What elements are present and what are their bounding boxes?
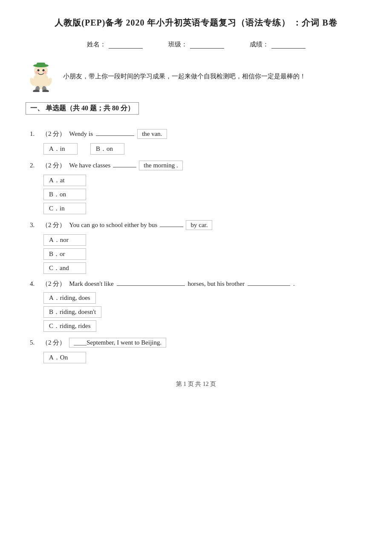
q1-num: 1. [30, 130, 40, 138]
q1-option-a[interactable]: A．in [43, 143, 78, 155]
q5-options: A．On [43, 352, 366, 363]
q4-option-b[interactable]: B．riding, doesn't [43, 306, 101, 318]
q3-stem-after: by car. [186, 220, 212, 230]
q2-stem-before: We have classes [69, 162, 110, 169]
page-footer: 第 1 页 共 12 页 [26, 380, 366, 388]
q4-option-c[interactable]: C．riding, rides [43, 320, 96, 332]
q1-option-b[interactable]: B．on [90, 143, 124, 155]
q3-blank [160, 227, 183, 227]
question-2: 2. （2 分） We have classes the morning . A… [30, 161, 366, 214]
q1-score: （2 分） [42, 130, 66, 138]
q4-options: A．riding, does B．riding, doesn't C．ridin… [43, 292, 366, 332]
q1-options: A．in B．on [43, 143, 366, 155]
student-info: 姓名： 班级： 成绩： [26, 40, 366, 49]
mascot-image [26, 61, 56, 92]
page-title: 人教版(PEP)备考 2020 年小升初英语专题复习（语法专练） ：介词 B卷 [26, 17, 366, 29]
score-line [271, 41, 306, 49]
svg-point-7 [43, 71, 46, 74]
q2-stem: 2. （2 分） We have classes the morning . [30, 161, 366, 170]
q4-option-a[interactable]: A．riding, does [43, 292, 96, 304]
question-5: 5. （2 分） ____September, I went to Beijin… [30, 338, 366, 363]
q3-stem-before: You can go to school either by bus [69, 221, 157, 229]
name-label: 姓名： [87, 40, 106, 49]
q3-options: A．nor B．or C．and [43, 234, 366, 274]
q2-options: A．at B．on C．in [43, 175, 366, 214]
q5-stem: 5. （2 分） ____September, I went to Beijin… [30, 338, 366, 348]
question-4: 4. （2 分） Mark doesn't like horses, but h… [30, 280, 366, 332]
name-field: 姓名： [87, 40, 143, 49]
q5-option-a[interactable]: A．On [43, 352, 86, 363]
q2-option-c[interactable]: C．in [43, 203, 86, 214]
q4-blank2 [248, 285, 290, 286]
class-label: 班级： [168, 40, 187, 49]
class-field: 班级： [168, 40, 224, 49]
name-line [109, 41, 143, 49]
q4-score: （2 分） [42, 280, 66, 288]
q4-stem: 4. （2 分） Mark doesn't like horses, but h… [30, 280, 366, 288]
score-field: 成绩： [250, 40, 306, 49]
q3-option-a[interactable]: A．nor [43, 234, 86, 246]
q2-option-b[interactable]: B．on [43, 189, 86, 200]
q2-option-a[interactable]: A．at [43, 175, 86, 186]
q4-blank1 [117, 285, 185, 286]
score-label: 成绩： [250, 40, 269, 49]
q3-score: （2 分） [42, 221, 66, 229]
q4-stem-mid: horses, but his brother [188, 280, 245, 288]
q5-score: （2 分） [42, 339, 66, 347]
q1-stem: 1. （2 分） Wendy is the van. [30, 129, 366, 139]
section1-header-container: 一、 单选题（共 40 题；共 80 分） [26, 102, 366, 122]
q3-num: 3. [30, 221, 40, 229]
q4-stem-before: Mark doesn't like [69, 280, 113, 288]
svg-rect-3 [37, 63, 45, 66]
questions-container: 1. （2 分） Wendy is the van. A．in B．on 2. … [26, 129, 366, 363]
section1-header: 一、 单选题（共 40 题；共 80 分） [26, 102, 139, 115]
mascot-text: 小朋友，带上你一段时间的学习成果，一起来做个自我检测吧，相信你一定是最棒的！ [63, 71, 306, 82]
class-line [190, 41, 224, 49]
q2-score: （2 分） [42, 161, 66, 170]
q1-stem-after: the van. [137, 129, 167, 139]
question-1: 1. （2 分） Wendy is the van. A．in B．on [30, 129, 366, 155]
q4-num: 4. [30, 280, 40, 288]
q5-stem-text: ____September, I went to Beijing. [69, 338, 166, 348]
mascot-section: 小朋友，带上你一段时间的学习成果，一起来做个自我检测吧，相信你一定是最棒的！ [26, 61, 366, 92]
q2-blank [113, 167, 136, 167]
question-3: 3. （2 分） You can go to school either by … [30, 220, 366, 274]
q1-blank [96, 135, 134, 136]
q3-option-c[interactable]: C．and [43, 262, 86, 274]
q5-num: 5. [30, 339, 40, 346]
q3-option-b[interactable]: B．or [43, 248, 86, 260]
q3-stem: 3. （2 分） You can go to school either by … [30, 220, 366, 230]
q2-num: 2. [30, 162, 40, 169]
svg-point-6 [35, 71, 39, 74]
q4-stem-end: . [293, 280, 295, 288]
q2-stem-after: the morning . [139, 161, 182, 170]
q1-stem-before: Wendy is [69, 130, 93, 138]
